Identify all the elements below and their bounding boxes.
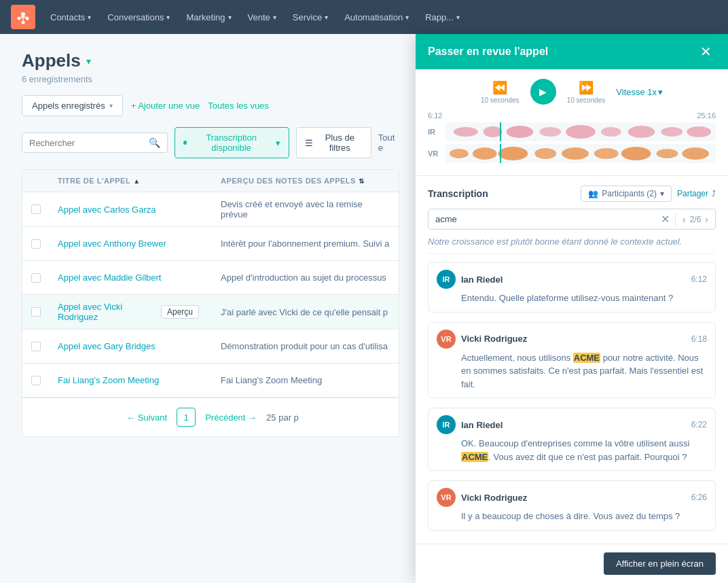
svg-point-20 <box>562 147 589 160</box>
transcript-search: ✕ ‹ 2/6 › <box>428 209 716 230</box>
rewind-button[interactable]: ⏪ 10 secondes <box>481 80 520 104</box>
speed-button[interactable]: Vitesse 1x ▾ <box>616 87 663 97</box>
sort-icon[interactable]: ⇅ <box>359 177 365 185</box>
svg-point-13 <box>628 126 655 138</box>
nav-automatisation[interactable]: Automatisation ▾ <box>338 8 416 26</box>
share-button[interactable]: Partager ⤴ <box>677 189 716 198</box>
nav-conversations[interactable]: Conversations ▾ <box>101 8 177 26</box>
top-navigation: Contacts ▾ Conversations ▾ Marketing ▾ V… <box>0 0 728 34</box>
table-header: TITRE DE L'APPEL ▲ APERÇU DES NOTES DES … <box>22 170 399 192</box>
forward-icon: ⏩ <box>579 80 594 95</box>
transcript-search-input[interactable] <box>429 209 655 229</box>
suivant-button[interactable]: ← Suivant <box>122 411 171 424</box>
svg-point-24 <box>682 147 709 160</box>
checkbox-input[interactable] <box>31 342 41 351</box>
modal-title: Passer en revue l'appel <box>428 46 548 58</box>
nav-vente[interactable]: Vente ▾ <box>241 8 283 26</box>
svg-point-14 <box>661 127 682 137</box>
nav-service[interactable]: Service ▾ <box>286 8 335 26</box>
context-line: Notre croissance est plutôt bonne étant … <box>428 236 716 254</box>
vr-waveform[interactable] <box>445 144 716 163</box>
ir-waveform[interactable] <box>445 122 716 141</box>
table-row: Appel avec Carlos Garza Devis créé et en… <box>22 192 399 227</box>
prev-result-button[interactable]: ‹ <box>680 213 689 226</box>
message-speaker: IR Ian Riedel <box>437 415 503 434</box>
sort-icon[interactable]: ▲ <box>133 177 140 185</box>
call-title-link[interactable]: Fai Liang's Zoom Meeting <box>50 368 213 392</box>
hubspot-logo[interactable] <box>11 5 35 29</box>
checkbox-input[interactable] <box>31 376 41 385</box>
checkbox-input[interactable] <box>31 239 41 249</box>
call-title-link[interactable]: Appel avec Gary Bridges <box>50 334 213 358</box>
call-title-link[interactable]: Appel avec Carlos Garza <box>50 198 213 222</box>
svg-point-3 <box>22 21 25 24</box>
nav-marketing[interactable]: Marketing ▾ <box>179 8 238 26</box>
precedent-button[interactable]: Précédent → <box>201 411 261 424</box>
page-header: Appels ▾ <box>22 50 399 71</box>
time-current: 6:12 <box>428 111 442 120</box>
ir-label: IR <box>428 128 441 136</box>
participants-button[interactable]: 👥 Participants (2) ▾ <box>581 186 672 202</box>
notes-header: APERÇU DES NOTES DES APPELS ⇅ <box>213 177 399 185</box>
message-block: VR Vicki Rodriguez 6:18 Actuellement, no… <box>428 322 716 399</box>
svg-point-11 <box>566 125 596 139</box>
apercu-badge[interactable]: Aperçu <box>161 305 199 319</box>
call-link[interactable]: Appel avec Vicki Rodriguez <box>58 302 156 322</box>
checkbox-input[interactable] <box>31 205 41 214</box>
message-text: Entendu. Quelle plateforme utilisez-vous… <box>461 292 707 305</box>
notes-preview: Appel d'introduction au sujet du process… <box>213 266 399 289</box>
modal-close-button[interactable]: ✕ <box>696 43 716 60</box>
text-part: Actuellement, nous utilisons <box>461 353 573 363</box>
message-time: 6:18 <box>691 334 707 344</box>
call-title-link[interactable]: Appel avec Maddie Gilbert <box>50 266 213 289</box>
message-time: 6:12 <box>691 275 707 284</box>
row-checkbox <box>22 376 50 385</box>
call-title-link[interactable]: Appel avec Anthony Brewer <box>50 232 213 255</box>
avatar: IR <box>437 270 456 289</box>
title-dropdown[interactable]: ▾ <box>86 56 91 67</box>
add-view-button[interactable]: + Ajouter une vue <box>131 101 200 111</box>
svg-point-18 <box>498 147 528 160</box>
transcription-filter[interactable]: Transcription disponible ▾ <box>175 127 289 158</box>
checkbox-header <box>22 177 50 185</box>
participants-icon: 👥 <box>588 189 598 198</box>
search-navigation: ‹ 2/6 › <box>675 213 715 226</box>
play-button[interactable]: ▶ <box>530 79 556 105</box>
active-view-tab[interactable]: Appels enregistrés ▾ <box>22 95 123 116</box>
highlight-acme: ACME <box>573 353 600 363</box>
highlight-acme: ACME <box>461 452 488 454</box>
chevron-down-icon: ▾ <box>109 102 113 109</box>
nav-contacts[interactable]: Contacts ▾ <box>43 8 98 26</box>
nav-rapports[interactable]: Rapp... ▾ <box>418 8 467 26</box>
avatar: IR <box>437 415 456 434</box>
vr-label: VR <box>428 149 441 158</box>
chevron-down-icon: ▾ <box>228 14 232 21</box>
checkbox-input[interactable] <box>31 273 41 283</box>
page-title: Appels <box>22 50 81 71</box>
notes-preview: Intérêt pour l'abonnement premium. Suivi… <box>213 232 399 255</box>
message-header: IR Ian Riedel 6:22 <box>437 415 707 434</box>
per-page-label: 25 par p <box>266 412 299 423</box>
checkbox-input[interactable] <box>31 307 41 317</box>
svg-point-10 <box>539 127 561 137</box>
message-text: OK. Beaucoup d'entreprises comme la vôtr… <box>461 437 707 453</box>
rewind-icon: ⏪ <box>492 80 507 95</box>
search-input[interactable] <box>29 138 143 148</box>
row-checkbox <box>22 273 50 283</box>
table-row: Appel avec Vicki Rodriguez Aperçu J'ai p… <box>22 295 399 330</box>
pagination: ← Suivant 1 Précédent → 25 par p <box>22 398 399 436</box>
next-result-button[interactable]: › <box>702 213 711 226</box>
row-checkbox <box>22 239 50 249</box>
search-clear-button[interactable]: ✕ <box>655 213 675 226</box>
message-speaker: VR Vicki Rodriguez <box>437 330 527 349</box>
speaker-name: Ian Riedel <box>461 420 503 430</box>
forward-button[interactable]: ⏩ 10 secondes <box>567 80 606 104</box>
filter-active-dot <box>183 141 187 145</box>
text-part: . Vous avez dit que ce n'est pas parfait… <box>488 452 687 454</box>
more-filters-button[interactable]: ☰ Plus de filtres <box>296 127 371 158</box>
chevron-down-icon: ▾ <box>166 14 170 21</box>
chevron-down-icon: ▾ <box>660 189 664 198</box>
review-call-modal: Passer en revue l'appel ✕ ⏪ 10 secondes … <box>416 34 728 453</box>
svg-point-21 <box>594 148 619 159</box>
all-views-link[interactable]: Toutes les vues <box>208 101 269 111</box>
